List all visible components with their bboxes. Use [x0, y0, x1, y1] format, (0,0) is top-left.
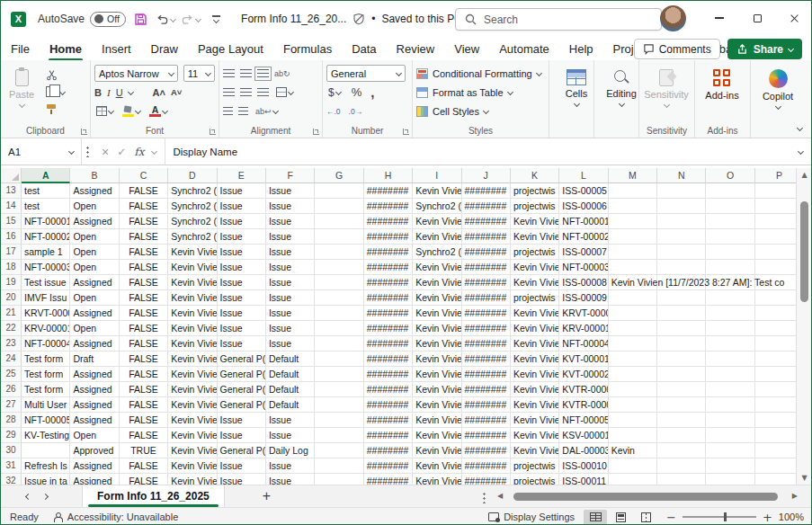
- cell-D18[interactable]: Kevin Vivie: [168, 260, 217, 275]
- share-button[interactable]: Share: [727, 39, 802, 59]
- cell-A22[interactable]: KRV-00001: [22, 321, 70, 336]
- cell-M27[interactable]: [609, 397, 657, 413]
- cell-M26[interactable]: [609, 382, 657, 397]
- cell-A30[interactable]: [22, 443, 70, 458]
- row-header-22[interactable]: 22: [1, 321, 22, 336]
- addins-button[interactable]: Add-ins: [699, 64, 745, 101]
- cell-G26[interactable]: [315, 382, 363, 397]
- cell-H18[interactable]: ########: [364, 260, 413, 275]
- cell-O32[interactable]: [706, 474, 754, 485]
- cell-K14[interactable]: projectwis: [511, 199, 559, 214]
- cell-F18[interactable]: Issue: [266, 260, 315, 275]
- column-header-A[interactable]: A: [22, 168, 70, 183]
- fx-dropdown-icon[interactable]: [151, 148, 157, 155]
- cell-P26[interactable]: [755, 382, 796, 397]
- cell-M18[interactable]: [609, 260, 657, 275]
- cut-button[interactable]: [46, 68, 65, 81]
- decrease-decimal-button[interactable]: .0→: [349, 107, 363, 116]
- cell-D32[interactable]: Kevin Vivie: [168, 474, 217, 485]
- column-header-G[interactable]: G: [315, 168, 363, 183]
- sensitivity-button[interactable]: Sensitivity: [643, 64, 690, 107]
- cell-P18[interactable]: [755, 260, 796, 275]
- cell-J20[interactable]: ########: [462, 290, 511, 306]
- cell-E32[interactable]: Issue: [218, 474, 266, 485]
- cell-I24[interactable]: Kevin Vivie: [413, 351, 461, 367]
- format-as-table-button[interactable]: Format as Table: [416, 83, 545, 102]
- cell-P17[interactable]: [755, 245, 796, 260]
- scroll-right-icon[interactable]: ▶: [792, 492, 798, 500]
- select-all-button[interactable]: [1, 168, 22, 183]
- tab-data[interactable]: Data: [342, 39, 386, 59]
- cells-button[interactable]: Cells: [553, 64, 600, 106]
- column-header-J[interactable]: J: [462, 168, 511, 183]
- horizontal-scroll-thumb[interactable]: [513, 493, 778, 501]
- cell-D15[interactable]: Synchro2 (: [168, 214, 217, 229]
- cell-A20[interactable]: IMVF Issu: [22, 290, 70, 306]
- cell-B26[interactable]: Assigned: [70, 382, 119, 397]
- cell-D17[interactable]: Kevin Vivie: [168, 245, 217, 260]
- cell-K26[interactable]: Kevin Vivie: [511, 382, 559, 397]
- cell-D25[interactable]: Kevin Vivie: [168, 367, 217, 382]
- cell-L32[interactable]: ISS-00011: [559, 474, 608, 485]
- cell-L16[interactable]: NFT-00002: [559, 229, 608, 245]
- cell-B13[interactable]: Assigned: [70, 183, 119, 199]
- cell-E16[interactable]: Issue: [218, 229, 266, 245]
- cell-P14[interactable]: [755, 199, 796, 214]
- cell-O28[interactable]: [706, 413, 754, 428]
- align-right-icon[interactable]: [257, 88, 269, 97]
- cell-K28[interactable]: Kevin Vivie: [511, 413, 559, 428]
- cell-F25[interactable]: Default: [266, 367, 315, 382]
- tab-home[interactable]: Home: [40, 39, 92, 59]
- cell-K17[interactable]: projectwis: [511, 245, 559, 260]
- cell-H31[interactable]: ########: [364, 458, 413, 474]
- cell-G18[interactable]: [315, 260, 363, 275]
- cell-N24[interactable]: [657, 351, 706, 367]
- align-left-icon[interactable]: [223, 88, 235, 97]
- column-header-B[interactable]: B: [70, 168, 119, 183]
- accessibility-checker[interactable]: Accessibility: Unavailable: [53, 512, 179, 522]
- vertical-scroll-thumb[interactable]: [800, 201, 808, 302]
- cell-H13[interactable]: ########: [364, 183, 413, 199]
- cell-D31[interactable]: Kevin Vivie: [168, 458, 217, 474]
- close-button[interactable]: [775, 1, 812, 35]
- cell-F14[interactable]: Issue: [266, 199, 315, 214]
- column-header-K[interactable]: K: [511, 168, 559, 183]
- row-header-27[interactable]: 27: [1, 397, 22, 413]
- cell-K22[interactable]: Kevin Vivie: [511, 321, 559, 336]
- cell-P28[interactable]: [755, 413, 796, 428]
- cell-M24[interactable]: [609, 351, 657, 367]
- cell-B19[interactable]: Assigned: [70, 275, 119, 290]
- row-header-29[interactable]: 29: [1, 428, 22, 443]
- cell-P29[interactable]: [755, 428, 796, 443]
- cell-F15[interactable]: Issue: [266, 214, 315, 229]
- cell-O29[interactable]: [706, 428, 754, 443]
- cell-J13[interactable]: ########: [462, 183, 511, 199]
- cell-J14[interactable]: ########: [462, 199, 511, 214]
- cell-G15[interactable]: [315, 214, 363, 229]
- cell-J24[interactable]: ########: [462, 351, 511, 367]
- underline-button[interactable]: U: [116, 87, 123, 98]
- cell-B28[interactable]: Assigned: [70, 413, 119, 428]
- cell-O26[interactable]: [706, 382, 754, 397]
- cell-B20[interactable]: Open: [70, 290, 119, 306]
- cell-A25[interactable]: Test form: [22, 367, 70, 382]
- tab-review[interactable]: Review: [387, 39, 445, 59]
- cell-E15[interactable]: Issue: [218, 214, 266, 229]
- cell-H28[interactable]: ########: [364, 413, 413, 428]
- row-header-31[interactable]: 31: [1, 458, 22, 474]
- cell-P24[interactable]: [755, 351, 796, 367]
- column-header-D[interactable]: D: [168, 168, 217, 183]
- cell-F27[interactable]: Default: [266, 397, 315, 413]
- cell-G32[interactable]: [315, 474, 363, 485]
- cell-O15[interactable]: [706, 214, 754, 229]
- cell-F28[interactable]: Issue: [266, 413, 315, 428]
- cell-O24[interactable]: [706, 351, 754, 367]
- cell-C28[interactable]: FALSE: [120, 413, 168, 428]
- redo-button[interactable]: [180, 8, 201, 30]
- cell-J29[interactable]: ########: [462, 428, 511, 443]
- cell-P20[interactable]: [755, 290, 796, 306]
- cell-O25[interactable]: [706, 367, 754, 382]
- cell-E20[interactable]: Issue: [218, 290, 266, 306]
- increase-decimal-button[interactable]: ←.0: [326, 107, 341, 116]
- column-header-N[interactable]: N: [657, 168, 706, 183]
